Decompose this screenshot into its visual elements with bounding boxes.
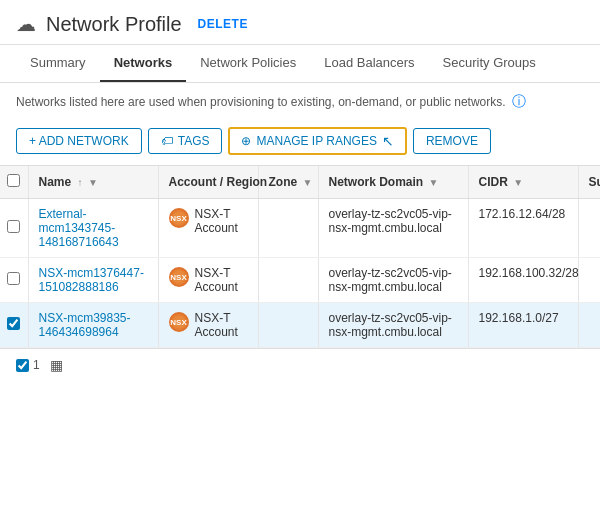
account-cell-1: NSX NSX-T Account xyxy=(169,207,248,235)
tabs-bar: Summary Networks Network Policies Load B… xyxy=(0,45,600,83)
toolbar: + ADD NETWORK 🏷 TAGS ⊕ MANAGE IP RANGES … xyxy=(0,121,600,165)
remove-button[interactable]: REMOVE xyxy=(413,128,491,154)
manage-ip-icon: ⊕ xyxy=(241,134,251,148)
tab-security-groups[interactable]: Security Groups xyxy=(429,45,550,82)
account-name-2: NSX-T Account xyxy=(195,266,248,294)
col-header-name: Name ↑ ▼ xyxy=(28,166,158,199)
table-row: NSX-mcm1376447-151082888186 NSX NSX-T Ac… xyxy=(0,258,600,303)
account-name-3: NSX-T Account xyxy=(195,311,248,339)
row-checkbox-cell-3[interactable] xyxy=(0,303,28,348)
col-header-cidr: CIDR ▼ xyxy=(468,166,578,199)
col-header-su: Su Pu xyxy=(578,166,600,199)
row-account-3: NSX NSX-T Account xyxy=(158,303,258,348)
row-su-3 xyxy=(578,303,600,348)
tab-network-policies[interactable]: Network Policies xyxy=(186,45,310,82)
nsx-icon-3: NSX xyxy=(169,312,189,332)
info-bar: Networks listed here are used when provi… xyxy=(0,83,600,121)
row-su-2 xyxy=(578,258,600,303)
page-title: Network Profile xyxy=(46,13,182,36)
tag-icon: 🏷 xyxy=(161,134,173,148)
account-cell-3: NSX NSX-T Account xyxy=(169,311,248,339)
row-zone-3 xyxy=(258,303,318,348)
col-header-account: Account / Region xyxy=(158,166,258,199)
row-zone-2 xyxy=(258,258,318,303)
table-row: NSX-mcm39835-146434698964 NSX NSX-T Acco… xyxy=(0,303,600,348)
footer-checkbox[interactable] xyxy=(16,359,29,372)
networks-table-container: Name ↑ ▼ Account / Region Zone ▼ Network… xyxy=(0,165,600,348)
page-header: ☁ Network Profile DELETE xyxy=(0,0,600,45)
cidr-filter-icon[interactable]: ▼ xyxy=(513,177,523,188)
account-name-1: NSX-T Account xyxy=(195,207,248,235)
select-all-checkbox[interactable] xyxy=(7,174,20,187)
name-sort-icon[interactable]: ↑ xyxy=(78,177,83,188)
cloud-icon: ☁ xyxy=(16,12,36,36)
table-header-row: Name ↑ ▼ Account / Region Zone ▼ Network… xyxy=(0,166,600,199)
table-row: External-mcm1343745-148168716643 NSX NSX… xyxy=(0,199,600,258)
cursor-icon: ↖ xyxy=(382,133,394,149)
manage-ip-label: MANAGE IP RANGES xyxy=(256,134,376,148)
col-header-domain: Network Domain ▼ xyxy=(318,166,468,199)
row-name-1[interactable]: External-mcm1343745-148168716643 xyxy=(28,199,158,258)
zone-filter-icon[interactable]: ▼ xyxy=(303,177,313,188)
tab-summary[interactable]: Summary xyxy=(16,45,100,82)
tab-networks[interactable]: Networks xyxy=(100,45,187,82)
row-name-3[interactable]: NSX-mcm39835-146434698964 xyxy=(28,303,158,348)
row-name-2[interactable]: NSX-mcm1376447-151082888186 xyxy=(28,258,158,303)
columns-icon[interactable]: ▦ xyxy=(50,357,63,373)
row-domain-2: overlay-tz-sc2vc05-vip-nsx-mgmt.cmbu.loc… xyxy=(318,258,468,303)
select-all-header[interactable] xyxy=(0,166,28,199)
info-icon[interactable]: ⓘ xyxy=(512,93,526,111)
tab-load-balancers[interactable]: Load Balancers xyxy=(310,45,428,82)
row-checkbox-1[interactable] xyxy=(7,220,20,233)
row-domain-3: overlay-tz-sc2vc05-vip-nsx-mgmt.cmbu.loc… xyxy=(318,303,468,348)
footer-count: 1 xyxy=(16,358,40,372)
delete-link[interactable]: DELETE xyxy=(198,17,248,31)
info-text: Networks listed here are used when provi… xyxy=(16,95,506,109)
row-cidr-2: 192.168.100.32/28 xyxy=(468,258,578,303)
domain-filter-icon[interactable]: ▼ xyxy=(429,177,439,188)
nsx-icon-1: NSX xyxy=(169,208,189,228)
row-checkbox-3[interactable] xyxy=(7,317,20,330)
selected-count: 1 xyxy=(33,358,40,372)
row-domain-1: overlay-tz-sc2vc05-vip-nsx-mgmt.cmbu.loc… xyxy=(318,199,468,258)
row-checkbox-cell-2[interactable] xyxy=(0,258,28,303)
row-account-2: NSX NSX-T Account xyxy=(158,258,258,303)
row-cidr-3: 192.168.1.0/27 xyxy=(468,303,578,348)
add-network-button[interactable]: + ADD NETWORK xyxy=(16,128,142,154)
row-zone-1 xyxy=(258,199,318,258)
account-cell-2: NSX NSX-T Account xyxy=(169,266,248,294)
row-account-1: NSX NSX-T Account xyxy=(158,199,258,258)
nsx-icon-2: NSX xyxy=(169,267,189,287)
row-checkbox-cell-1[interactable] xyxy=(0,199,28,258)
row-checkbox-2[interactable] xyxy=(7,272,20,285)
name-filter-icon[interactable]: ▼ xyxy=(88,177,98,188)
manage-ip-ranges-button[interactable]: ⊕ MANAGE IP RANGES ↖ xyxy=(228,127,406,155)
tags-button[interactable]: 🏷 TAGS xyxy=(148,128,223,154)
row-su-1 xyxy=(578,199,600,258)
row-cidr-1: 172.16.12.64/28 xyxy=(468,199,578,258)
networks-table: Name ↑ ▼ Account / Region Zone ▼ Network… xyxy=(0,166,600,348)
remove-label: REMOVE xyxy=(426,134,478,148)
table-footer: 1 ▦ xyxy=(0,348,600,381)
tags-label: TAGS xyxy=(178,134,210,148)
add-network-label: + ADD NETWORK xyxy=(29,134,129,148)
